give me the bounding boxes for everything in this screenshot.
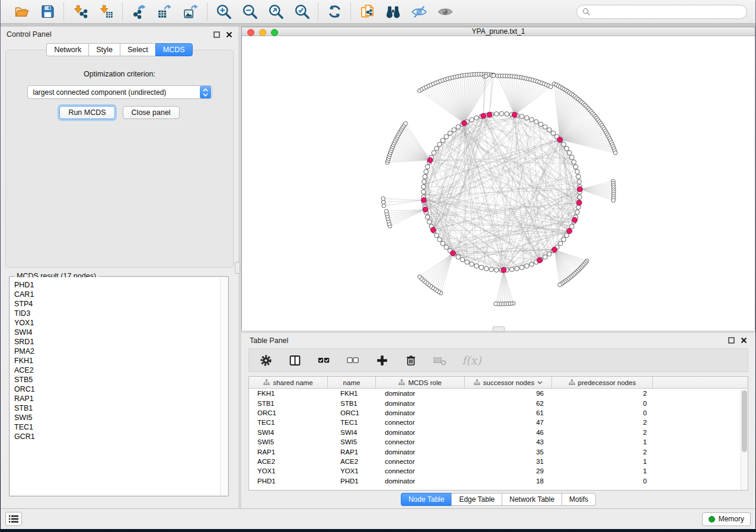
add-column-button[interactable] [375, 353, 389, 367]
search-box[interactable] [576, 5, 747, 19]
zoom-fit-button[interactable] [267, 4, 284, 20]
export-image-button[interactable] [183, 4, 199, 20]
mcds-result-item[interactable]: SWI5 [14, 413, 228, 422]
ring-node[interactable] [534, 120, 539, 124]
leaf-node[interactable] [381, 197, 385, 201]
tab-edge-table[interactable]: Edge Table [451, 493, 502, 506]
ring-node[interactable] [567, 150, 572, 155]
ring-node[interactable] [505, 111, 509, 116]
ring-node[interactable] [441, 241, 445, 246]
ring-node[interactable] [572, 160, 576, 165]
ring-node[interactable] [570, 155, 575, 160]
table-row[interactable]: TEC1TEC1connector472 [249, 418, 748, 427]
leaf-node[interactable] [417, 275, 422, 279]
ring-node[interactable] [564, 146, 569, 151]
column-header-successor-nodes[interactable]: successor nodes [465, 377, 552, 388]
hide-selected-button[interactable] [411, 4, 428, 20]
tab-network[interactable]: Network [46, 43, 88, 56]
ring-node[interactable] [575, 169, 580, 174]
maximize-window-icon[interactable] [271, 29, 278, 36]
ring-node[interactable] [448, 131, 452, 136]
ring-node[interactable] [509, 267, 514, 272]
table-row[interactable]: SWI5SWI5connector431 [249, 437, 748, 447]
ring-node[interactable] [432, 150, 436, 155]
delete-column-button[interactable] [404, 353, 418, 367]
ring-node[interactable] [525, 116, 529, 120]
ring-node[interactable] [421, 190, 426, 194]
ring-node[interactable] [538, 122, 543, 127]
zoom-out-button[interactable] [241, 4, 258, 20]
optimization-criterion-select[interactable]: largest connected component (undirected) [27, 85, 212, 99]
ring-node[interactable] [575, 210, 580, 214]
ring-node[interactable] [424, 169, 429, 174]
ring-node[interactable] [421, 185, 426, 190]
table-row[interactable]: ORC1ORC1dominator610 [249, 408, 748, 418]
ring-node[interactable] [479, 265, 484, 270]
mcds-node[interactable] [481, 113, 486, 118]
memory-button[interactable]: Memory [702, 512, 751, 526]
close-panel-icon[interactable] [741, 337, 747, 344]
scrollbar-thumb[interactable] [742, 390, 747, 452]
leaf-node[interactable] [611, 198, 615, 203]
table-row[interactable]: PHD1PHD1dominator180 [249, 476, 748, 486]
ring-node[interactable] [474, 116, 479, 120]
show-column-panel-button[interactable] [288, 353, 302, 367]
ring-node[interactable] [434, 233, 439, 238]
ring-node[interactable] [529, 262, 534, 267]
run-mcds-button[interactable]: Run MCDS [59, 106, 114, 119]
ring-node[interactable] [456, 124, 461, 129]
ring-node[interactable] [570, 225, 575, 229]
ring-node[interactable] [551, 131, 556, 136]
ring-node[interactable] [437, 238, 442, 242]
ring-node[interactable] [562, 238, 566, 242]
minimize-window-icon[interactable] [259, 29, 266, 36]
network-graph[interactable] [242, 36, 756, 329]
mcds-result-scrollbar[interactable] [220, 277, 228, 495]
ring-node[interactable] [434, 146, 439, 151]
horizontal-splitter[interactable] [241, 331, 755, 333]
mcds-node[interactable] [512, 112, 517, 117]
leaf-node[interactable] [614, 151, 618, 155]
save-session-button[interactable] [39, 4, 56, 20]
table-row[interactable]: FKH1FKH1dominator962 [249, 389, 748, 398]
ring-node[interactable] [547, 252, 552, 257]
mcds-result-item[interactable]: PMA2 [14, 347, 228, 356]
import-network-button[interactable] [72, 4, 88, 20]
ring-node[interactable] [576, 174, 581, 179]
ring-node[interactable] [456, 255, 461, 259]
leaf-node[interactable] [549, 85, 553, 89]
leaf-node[interactable] [382, 204, 386, 208]
tab-mcds[interactable]: MCDS [155, 43, 193, 56]
splitter-grip-icon[interactable] [235, 262, 240, 274]
ring-node[interactable] [489, 267, 494, 272]
mcds-node[interactable] [537, 258, 543, 263]
ring-node[interactable] [484, 267, 489, 271]
mcds-result-item[interactable]: SRD1 [14, 337, 228, 347]
mcds-result-item[interactable]: ORC1 [14, 384, 228, 394]
table-scrollbar[interactable] [741, 389, 748, 490]
column-header-shared-name[interactable]: shared name [249, 377, 328, 388]
splitter-grip-icon[interactable] [493, 326, 505, 332]
leaf-node[interactable] [384, 209, 388, 213]
leaf-node[interactable] [484, 74, 488, 78]
mcds-node[interactable] [421, 197, 426, 203]
ring-node[interactable] [558, 241, 563, 246]
ring-node[interactable] [474, 264, 479, 268]
mcds-result-item[interactable]: STB1 [14, 403, 228, 413]
mcds-result-item[interactable]: TEC1 [14, 422, 228, 432]
mcds-node[interactable] [501, 268, 506, 273]
mcds-result-item[interactable]: PHD1 [14, 280, 228, 290]
mcds-node[interactable] [552, 247, 557, 252]
table-row[interactable]: SWI4SWI4dominator462 [249, 428, 748, 437]
tab-network-table[interactable]: Network Table [502, 493, 562, 506]
open-file-button[interactable] [13, 4, 30, 20]
ring-node[interactable] [452, 127, 457, 132]
close-window-icon[interactable] [247, 29, 254, 36]
mcds-node[interactable] [567, 229, 572, 234]
select-all-button[interactable] [317, 353, 331, 367]
apply-style-button[interactable] [326, 4, 343, 20]
ring-node[interactable] [444, 134, 449, 139]
ring-node[interactable] [444, 245, 449, 250]
table-row[interactable]: STB1STB1dominator620 [249, 398, 748, 408]
column-header-name[interactable]: name [328, 377, 376, 388]
